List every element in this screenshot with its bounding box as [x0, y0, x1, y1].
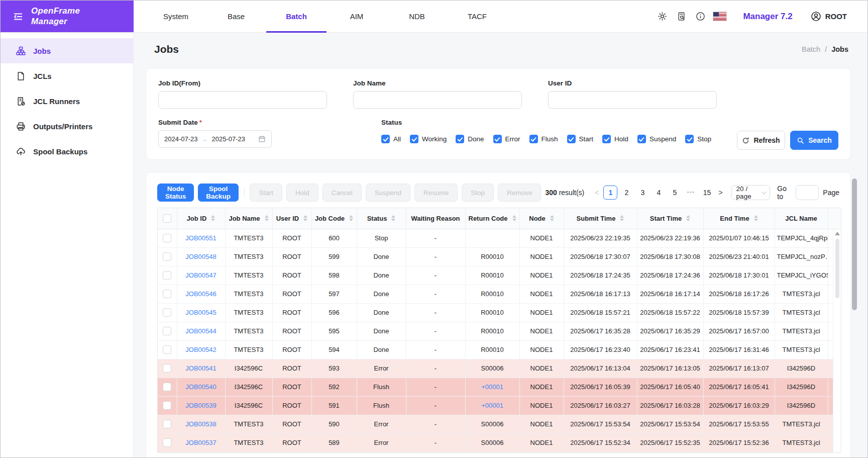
sidebar-item-jcls[interactable]: JCLs — [1, 63, 133, 88]
job-id-link[interactable]: JOB00537 — [185, 439, 216, 446]
job-id-link[interactable]: JOB00541 — [185, 364, 216, 372]
remove-button[interactable]: Remove — [498, 184, 541, 202]
start-button[interactable]: Start — [250, 184, 282, 202]
job-id-link[interactable]: JOB00547 — [185, 271, 216, 279]
row-checkbox[interactable] — [163, 327, 171, 335]
nav-tab-base[interactable]: Base — [206, 1, 266, 32]
resume-button[interactable]: Resume — [414, 184, 458, 202]
sort-icon[interactable] — [550, 215, 554, 221]
job-id-link[interactable]: JOB00544 — [185, 327, 216, 335]
status-checkbox-all[interactable]: All — [381, 135, 401, 143]
submit-date-range-input[interactable]: 2024-07-23 → 2025-07-23 — [158, 130, 272, 148]
job-name-input[interactable] — [353, 91, 522, 109]
col-header-job-name[interactable]: Job Name — [225, 208, 272, 229]
search-button[interactable]: Search — [790, 131, 838, 150]
pagination-page-15[interactable]: 15 — [700, 186, 714, 200]
user-id-input[interactable] — [548, 91, 717, 109]
refresh-button[interactable]: Refresh — [737, 131, 785, 150]
row-checkbox[interactable] — [163, 234, 171, 242]
info-icon[interactable] — [691, 8, 710, 25]
status-checkbox-done[interactable]: Done — [456, 135, 484, 143]
status-checkbox-suspend[interactable]: Suspend — [637, 135, 676, 143]
sort-icon[interactable] — [754, 215, 758, 221]
pagination-page-4[interactable]: 4 — [652, 186, 666, 200]
pagination-prev[interactable]: < — [591, 189, 602, 197]
select-all-checkbox[interactable] — [163, 214, 171, 223]
job-id-link[interactable]: JOB00546 — [185, 290, 216, 298]
job-id-link[interactable]: JOB00548 — [185, 253, 216, 260]
row-checkbox[interactable] — [163, 271, 171, 280]
pagination-page-5[interactable]: 5 — [668, 186, 682, 200]
pagination-page-1[interactable]: 1 — [603, 186, 617, 200]
col-header-submit-time[interactable]: Submit Time — [564, 208, 637, 229]
row-checkbox[interactable] — [163, 345, 171, 354]
nav-tab-ndb[interactable]: NDB — [387, 1, 447, 32]
us-flag-icon[interactable] — [713, 12, 726, 21]
row-checkbox[interactable] — [163, 252, 171, 261]
nav-tab-tacf[interactable]: TACF — [447, 1, 507, 32]
row-checkbox[interactable] — [163, 401, 171, 410]
nav-tab-aim[interactable]: AIM — [327, 1, 387, 32]
job-id-link[interactable]: JOB00538 — [185, 420, 216, 428]
suspend-button[interactable]: Suspend — [366, 184, 410, 202]
row-checkbox[interactable] — [163, 383, 171, 391]
sidebar-item-outputs-printers[interactable]: Outputs/Printers — [1, 114, 133, 139]
status-checkbox-working[interactable]: Working — [410, 135, 447, 143]
col-header-return-code[interactable]: Return Code — [465, 208, 519, 229]
col-header-user-id[interactable]: User ID — [272, 208, 311, 229]
status-checkbox-stop[interactable]: Stop — [685, 135, 711, 143]
scroll-up-icon[interactable] — [835, 232, 840, 235]
document-search-icon[interactable] — [672, 8, 691, 25]
gear-icon[interactable] — [653, 8, 672, 25]
sort-icon[interactable] — [391, 215, 395, 221]
job-id-link[interactable]: JOB00539 — [185, 402, 216, 409]
col-header-job-code[interactable]: Job Code — [311, 208, 357, 229]
sort-icon[interactable] — [211, 215, 215, 221]
goto-page-input[interactable] — [796, 185, 819, 200]
cancel-button[interactable]: Cancel — [322, 184, 362, 202]
sort-icon[interactable] — [686, 215, 690, 221]
status-checkbox-start[interactable]: Start — [567, 135, 594, 143]
table-scrollbar-thumb[interactable] — [835, 239, 839, 298]
status-checkbox-flush[interactable]: Flush — [529, 135, 558, 143]
pagination-page-2[interactable]: 2 — [619, 186, 633, 200]
sidebar-item-jobs[interactable]: Jobs — [1, 38, 133, 63]
status-checkbox-error[interactable]: Error — [493, 135, 520, 143]
table-scrollbar[interactable] — [833, 229, 841, 452]
spool-backup-button[interactable]: Spool Backup — [198, 184, 239, 202]
job-id-link[interactable]: JOB00545 — [185, 309, 216, 316]
page-size-select[interactable]: 20 / page — [731, 185, 771, 200]
sort-icon[interactable] — [512, 215, 516, 221]
sidebar-item-spool-backups[interactable]: Spool Backups — [1, 139, 133, 164]
pagination-ellipsis[interactable]: ••• — [684, 186, 698, 200]
row-checkbox[interactable] — [163, 308, 171, 317]
row-checkbox[interactable] — [163, 420, 171, 428]
nav-tab-system[interactable]: System — [146, 1, 206, 32]
col-header-jcl-name[interactable]: JCL Name — [775, 208, 828, 229]
col-header-node[interactable]: Node — [519, 208, 564, 229]
col-header-end-time[interactable]: End Time — [703, 208, 775, 229]
sidebar-item-jcl-runners[interactable]: JCL Runners — [1, 88, 133, 114]
pagination-next[interactable]: > — [715, 189, 726, 197]
col-header-status[interactable]: Status — [357, 208, 406, 229]
user-menu[interactable]: ROOT — [811, 11, 847, 22]
sort-icon[interactable] — [303, 215, 307, 221]
menu-collapse-icon[interactable] — [13, 12, 23, 22]
col-header-waiting-reason[interactable]: Waiting Reason — [406, 208, 465, 229]
breadcrumb-parent[interactable]: Batch — [802, 45, 820, 53]
row-checkbox[interactable] — [163, 290, 171, 298]
pagination-page-3[interactable]: 3 — [635, 186, 649, 200]
job-id-from-input[interactable] — [158, 91, 327, 109]
col-header-start-time[interactable]: Start Time — [637, 208, 703, 229]
sort-icon[interactable] — [349, 215, 353, 221]
page-scrollbar[interactable] — [851, 33, 857, 457]
job-id-link[interactable]: JOB00551 — [185, 234, 216, 242]
status-checkbox-hold[interactable]: Hold — [602, 135, 628, 143]
sort-icon[interactable] — [620, 215, 624, 221]
node-status-button[interactable]: Node Status — [157, 184, 194, 202]
job-id-link[interactable]: JOB00540 — [185, 383, 216, 391]
job-id-link[interactable]: JOB00542 — [185, 346, 216, 353]
nav-tab-batch[interactable]: Batch — [266, 1, 327, 32]
page-scrollbar-thumb[interactable] — [852, 178, 857, 310]
row-checkbox[interactable] — [163, 438, 171, 447]
